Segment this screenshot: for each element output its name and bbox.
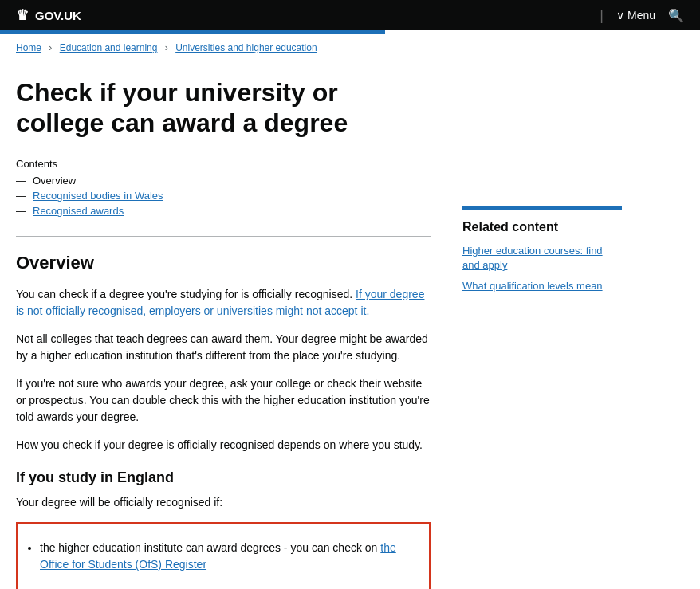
bullet-ofs: the higher education institute can award… (40, 540, 418, 573)
contents-item-awards[interactable]: — Recognised awards (16, 205, 431, 217)
contents-item-wales[interactable]: — Recognised bodies in Wales (16, 190, 431, 202)
overview-para-1: You can check if a degree you're studyin… (16, 286, 431, 320)
page-title: Check if your university orcollege can a… (16, 77, 684, 139)
overview-para-3: If you're not sure who awards your degre… (16, 375, 431, 426)
breadcrumb-universities[interactable]: Universities and higher education (175, 42, 317, 53)
contents-overview-text: Overview (33, 175, 76, 187)
gov-logo[interactable]: ♛ GOV.UK (16, 6, 81, 24)
gov-logo-text: GOV.UK (35, 9, 81, 22)
sidebar: Related content Higher education courses… (462, 158, 622, 589)
header-nav: | ∨ Menu 🔍 (600, 7, 684, 24)
ofs-register-link[interactable]: the Office for Students (OfS) Register (40, 541, 396, 571)
overview-para-4: How you check if your degree is official… (16, 437, 431, 454)
breadcrumb: Home › Education and learning › Universi… (0, 34, 700, 61)
contents-link-awards[interactable]: Recognised awards (33, 205, 124, 217)
contents-link-wales[interactable]: Recognised bodies in Wales (33, 190, 163, 202)
search-icon: 🔍 (668, 9, 684, 22)
nav-separator: | (600, 7, 604, 24)
search-button[interactable]: 🔍 (668, 8, 684, 23)
related-link-1[interactable]: Higher education courses: find and apply (462, 244, 622, 273)
breadcrumb-sep-2: › (165, 42, 168, 53)
highlight-bullet-list: the higher education institute can award… (40, 540, 418, 573)
overview-para-2: Not all colleges that teach degrees can … (16, 331, 431, 364)
england-heading: If you study in England (16, 469, 431, 486)
contents-label: Contents (16, 158, 431, 170)
contents-box: Contents — Overview — Recognised bodies … (16, 158, 431, 217)
related-link-2[interactable]: What qualification levels mean (462, 279, 622, 293)
dash-wales: — (16, 190, 26, 202)
breadcrumb-education[interactable]: Education and learning (60, 42, 158, 53)
menu-label: Menu (627, 9, 655, 22)
dash-overview: — (16, 175, 26, 187)
menu-chevron: ∨ (616, 9, 624, 22)
related-content: Related content Higher education courses… (462, 206, 622, 294)
breadcrumb-sep-1: › (49, 42, 52, 53)
crown-icon: ♛ (16, 6, 29, 24)
england-intro: Your degree will be officially recognise… (16, 494, 431, 511)
related-content-heading: Related content (462, 220, 622, 234)
overview-heading: Overview (16, 253, 431, 273)
gov-header: ♛ GOV.UK | ∨ Menu 🔍 (0, 0, 700, 30)
main-content: Contents — Overview — Recognised bodies … (16, 158, 431, 589)
breadcrumb-home[interactable]: Home (16, 42, 41, 53)
section-divider (16, 236, 431, 237)
contents-item-overview: — Overview (16, 175, 431, 187)
highlight-box: the higher education institute can award… (16, 522, 431, 589)
dash-awards: — (16, 205, 26, 217)
menu-button[interactable]: ∨ Menu (616, 9, 655, 22)
overview-link-1[interactable]: If your degree is not officially recogni… (16, 288, 424, 317)
